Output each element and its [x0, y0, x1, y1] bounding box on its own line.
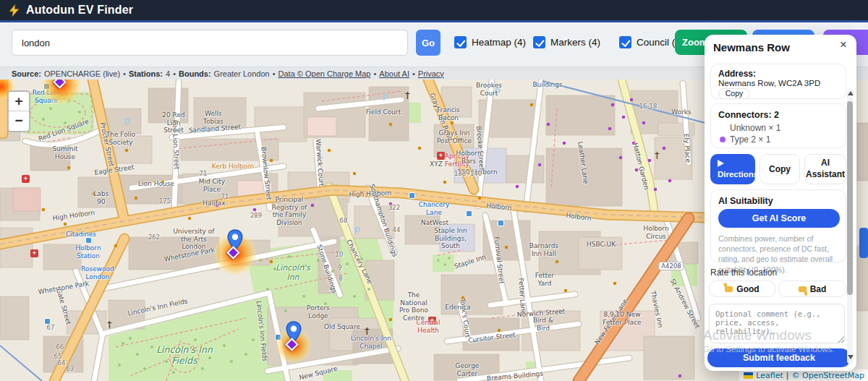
place-label-bird-and-bird: Bird & Bird [531, 317, 556, 332]
bus-stop-icon [498, 220, 504, 226]
leaflet-link[interactable]: Leaflet [756, 371, 783, 380]
housenumber-16-18: 16-18 [639, 103, 658, 110]
housenumber-9: 9 [338, 264, 341, 271]
close-icon[interactable]: × [840, 38, 847, 52]
attribution-divider: | [786, 371, 789, 380]
stations-value: 4 [166, 69, 170, 78]
place-label-staple-inn-buildings-south: Staple Inn Buildings, South [428, 227, 473, 250]
map-zoom-control: + − [7, 90, 30, 132]
place-label-mid-city-place: Mid City Place [196, 178, 228, 193]
park-label-lincolns-inn-fields: Lincoln's Inn Fields [156, 345, 213, 367]
separator: • [123, 69, 126, 78]
submit-feedback-button[interactable]: Submit feedback [707, 348, 851, 367]
council-checkbox[interactable] [619, 36, 631, 48]
housenumber-175: 175 [159, 197, 171, 205]
ai-suitability-card: AI Suitability Get AI Score Combines pow… [710, 189, 846, 262]
address-value: Newmans Row, WC2A 3PD [718, 79, 820, 87]
bus-stop-icon [409, 192, 415, 199]
heatmap-label: Heatmap (4) [472, 37, 526, 48]
markers-toggle-group: Markers (4) [533, 36, 600, 48]
place-label-university-arts-london: University of the Arts London [173, 228, 215, 251]
poi-label-rosewood-london: Rosewood London [77, 265, 118, 281]
place-label-20-red-lion-street: 20 Red Lion Street [159, 111, 188, 134]
directions-button[interactable]: Directions [710, 154, 755, 184]
privacy-link[interactable]: Privacy [418, 69, 444, 78]
bus-stop-icon [466, 210, 472, 217]
panel-scrollbar-thumb[interactable] [847, 101, 853, 295]
housenumber-71a: 71 [200, 170, 208, 177]
rate-good-button[interactable]: Good [709, 281, 775, 297]
thumbs-down-icon [799, 286, 807, 292]
housenumber-67: 67 [47, 324, 55, 331]
zoom-out-button[interactable]: − [9, 111, 29, 131]
place-label-holborn-bars: Holborn Bars [452, 150, 485, 165]
place-label-old-square: Old Square [324, 323, 360, 330]
place-label-new-fetter-place: 8,9,10 New Fetter Place [602, 311, 642, 326]
place-label-works: Works [671, 108, 691, 116]
poi-label-natwest: NatWest [421, 219, 448, 226]
housenumber-44: 44 [393, 226, 401, 234]
place-label-folio-society: The Folio Society [102, 131, 140, 146]
bad-label: Bad [810, 284, 827, 294]
housenumber-262: 262 [148, 234, 160, 241]
medical-icon: + [22, 175, 30, 183]
park-label-lincolns-inn: Lincoln's Inn [273, 264, 313, 283]
place-label-pro-bono-centre: The National Pro Bono Centre [395, 291, 433, 322]
station-details-panel: Newmans Row × Address: Newmans Row, WC2A… [705, 35, 856, 371]
poi-label-kerb-holborn: Kerb Holborn [212, 163, 255, 170]
housenumber-289: 289 [250, 212, 262, 219]
separator: • [373, 69, 376, 78]
get-ai-score-button[interactable]: Get AI Score [718, 209, 840, 228]
search-input[interactable] [12, 30, 408, 56]
zoom-in-button[interactable]: + [9, 92, 29, 111]
open-charge-map-link[interactable]: Data © Open Charge Map [278, 69, 371, 78]
separator: • [273, 69, 276, 78]
markers-checkbox[interactable] [533, 36, 545, 48]
connectors-card: Connectors: 2 Unknown × 1 Type 2 × 1 [710, 103, 846, 148]
go-button[interactable]: Go [416, 30, 441, 56]
poi-label-xyz: XYZ [430, 160, 443, 168]
directions-label: Directions [718, 170, 758, 179]
place-label-george-carter: George Carter [453, 362, 482, 377]
housenumber-322: 322 [388, 204, 400, 211]
place-label-field-court: Field Court [366, 108, 401, 116]
thumbs-up-icon [725, 286, 733, 292]
rate-bad-button[interactable]: Bad [778, 281, 846, 297]
tube-station-icon [85, 237, 92, 244]
place-label-wells-tobias: Wells Tobias [199, 110, 228, 125]
copy-address-button[interactable]: Copy [718, 88, 750, 99]
poi-label-hsbc-uk: HSBC UK [587, 241, 616, 248]
markers-label: Markers (4) [550, 37, 600, 48]
copy-button[interactable]: Copy [760, 154, 800, 184]
place-label-lincolns-inn-chapel: Lincoln's Inn Chapel [350, 335, 392, 350]
place-label-halifax: Halifax [203, 200, 225, 207]
rate-location-label: Rate this location [710, 267, 777, 278]
app-navbar: Autodun EV Finder [0, 0, 868, 22]
bounds-value: Greater London [214, 69, 270, 78]
place-label-grays-inn-post-office: Grays Inn Post Office [435, 129, 473, 145]
about-ai-link[interactable]: About AI [379, 69, 409, 78]
app-title: Autodun EV Finder [26, 4, 133, 17]
stations-label: Stations: [129, 69, 163, 78]
church-icon: † [655, 150, 660, 160]
place-label-principal-registry: Principal Registry of the Family Divisio… [271, 196, 308, 226]
connectors-title: Connectors: 2 [718, 110, 779, 120]
parking-icon: P [354, 226, 360, 236]
good-label: Good [736, 284, 759, 294]
ai-assistant-button[interactable]: AI Assistant [804, 154, 846, 184]
scroll-down-icon[interactable] [848, 355, 854, 359]
openstreetmap-link[interactable]: © OpenStreetMap [791, 371, 864, 380]
feedback-comment-input[interactable] [709, 304, 845, 343]
scroll-up-icon[interactable] [848, 91, 854, 95]
church-icon: † [405, 90, 410, 100]
heatmap-toggle-group: Heatmap (4) [454, 36, 526, 48]
place-label-barnards-inn-hall: Barnards Inn Hall [525, 242, 563, 257]
map-attribution: Leaflet | © OpenStreetMap [739, 369, 868, 381]
place-label-porters-lodge: Porters Lodge [302, 304, 335, 320]
address-label: Address: [718, 69, 756, 79]
parking-icon: P [124, 117, 130, 127]
heatmap-checkbox[interactable] [454, 36, 467, 48]
bounds-label: Bounds: [179, 69, 211, 78]
source-label: Source: [12, 69, 41, 78]
place-label-buildings: Buildings [532, 81, 562, 88]
